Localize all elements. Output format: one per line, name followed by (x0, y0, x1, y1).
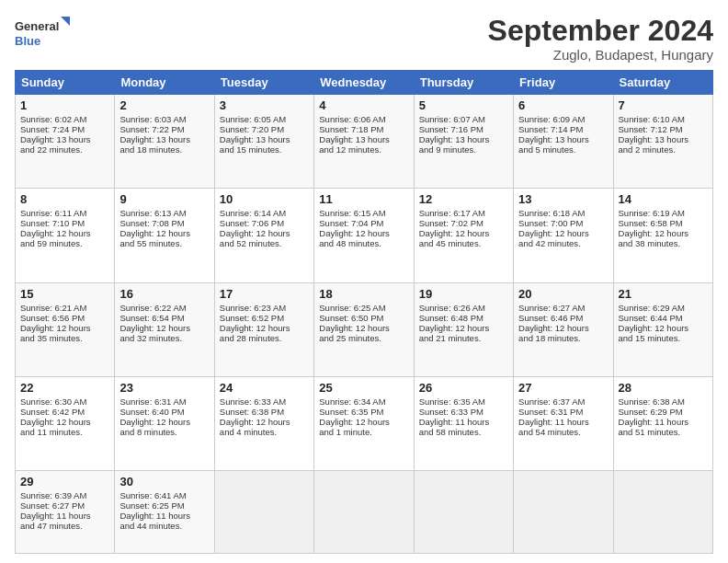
calendar-cell: 28Sunrise: 6:38 AMSunset: 6:29 PMDayligh… (613, 376, 712, 470)
calendar-cell: 13Sunrise: 6:18 AMSunset: 7:00 PMDayligh… (514, 189, 613, 282)
day-info-line: Sunrise: 6:17 AM (419, 208, 508, 218)
calendar-cell: 10Sunrise: 6:14 AMSunset: 7:06 PMDayligh… (214, 189, 313, 282)
day-info-line: and 18 minutes. (119, 144, 209, 155)
day-info-line: Sunset: 7:18 PM (319, 124, 408, 134)
day-info-line: and 21 minutes. (419, 333, 508, 343)
day-info-line: Sunrise: 6:21 AM (20, 303, 109, 313)
day-info-line: Daylight: 12 hours (220, 417, 309, 427)
day-info-line: Sunset: 6:52 PM (220, 313, 309, 323)
day-info-line: and 25 minutes. (319, 333, 408, 343)
calendar-cell: 14Sunrise: 6:19 AMSunset: 6:58 PMDayligh… (613, 189, 712, 282)
day-info-line: Daylight: 12 hours (419, 323, 508, 333)
calendar-cell: 9Sunrise: 6:13 AMSunset: 7:08 PMDaylight… (115, 189, 214, 282)
day-info-line: Daylight: 13 hours (518, 134, 608, 144)
day-info-line: Sunset: 6:44 PM (619, 313, 708, 323)
day-info-line: and 52 minutes. (220, 238, 309, 248)
day-info-line: Daylight: 12 hours (220, 228, 309, 238)
day-number: 1 (20, 98, 109, 112)
day-info-line: Daylight: 13 hours (619, 134, 708, 144)
day-number: 23 (119, 381, 209, 395)
day-info-line: and 38 minutes. (619, 238, 708, 248)
day-info-line: Sunset: 7:08 PM (119, 218, 209, 228)
day-info-line: Daylight: 11 hours (419, 417, 508, 427)
day-info-line: and 51 minutes. (619, 427, 708, 437)
page: General Blue September 2024 Zuglo, Budap… (0, 0, 728, 563)
calendar-cell: 16Sunrise: 6:22 AMSunset: 6:54 PMDayligh… (115, 282, 214, 376)
day-info-line: Daylight: 13 hours (419, 134, 508, 144)
day-info-line: and 9 minutes. (419, 144, 508, 155)
day-number: 24 (220, 381, 309, 395)
calendar-cell: 21Sunrise: 6:29 AMSunset: 6:44 PMDayligh… (613, 282, 712, 376)
day-info-line: Sunset: 7:04 PM (319, 218, 408, 228)
day-info-line: and 32 minutes. (119, 333, 209, 343)
day-info-line: and 45 minutes. (419, 238, 508, 248)
day-info-line: Sunset: 6:50 PM (319, 313, 408, 323)
day-info-line: Daylight: 12 hours (220, 323, 309, 333)
location: Zuglo, Budapest, Hungary (488, 47, 713, 63)
day-number: 16 (119, 287, 209, 301)
day-number: 13 (518, 192, 608, 206)
day-info-line: Sunrise: 6:13 AM (119, 208, 209, 218)
day-info-line: Daylight: 12 hours (518, 323, 608, 333)
day-info-line: and 11 minutes. (20, 427, 109, 437)
calendar-cell: 18Sunrise: 6:25 AMSunset: 6:50 PMDayligh… (314, 282, 414, 376)
month-title: September 2024 (488, 15, 713, 47)
day-number: 26 (419, 381, 508, 395)
day-info-line: Sunrise: 6:25 AM (319, 303, 408, 313)
day-info-line: Sunset: 7:16 PM (419, 124, 508, 134)
day-number: 3 (220, 98, 309, 112)
day-info-line: Sunrise: 6:07 AM (419, 114, 508, 124)
day-info-line: and 8 minutes. (119, 427, 209, 437)
day-info-line: and 15 minutes. (619, 333, 708, 343)
logo-svg: General Blue (15, 15, 70, 52)
day-info-line: Sunset: 6:27 PM (20, 500, 109, 511)
day-number: 15 (20, 287, 109, 301)
day-info-line: and 1 minute. (319, 427, 408, 437)
day-info-line: and 35 minutes. (20, 333, 109, 343)
day-info-line: Sunrise: 6:23 AM (220, 303, 309, 313)
calendar-cell: 6Sunrise: 6:09 AMSunset: 7:14 PMDaylight… (514, 95, 613, 189)
day-info-line: Daylight: 13 hours (119, 134, 209, 144)
day-info-line: Sunset: 6:35 PM (319, 407, 408, 417)
calendar-cell: 12Sunrise: 6:17 AMSunset: 7:02 PMDayligh… (414, 189, 513, 282)
day-info-line: and 4 minutes. (220, 427, 309, 437)
day-number: 19 (419, 287, 508, 301)
day-number: 2 (119, 98, 209, 112)
day-number: 12 (419, 192, 508, 206)
day-info-line: Sunset: 6:42 PM (20, 407, 109, 417)
header: General Blue September 2024 Zuglo, Budap… (15, 15, 713, 63)
calendar-cell: 3Sunrise: 6:05 AMSunset: 7:20 PMDaylight… (214, 95, 313, 189)
svg-text:General: General (15, 19, 59, 33)
day-info-line: Sunrise: 6:11 AM (20, 208, 109, 218)
day-info-line: Sunset: 7:24 PM (20, 124, 109, 134)
day-info-line: Sunset: 6:56 PM (20, 313, 109, 323)
day-info-line: and 44 minutes. (119, 521, 209, 531)
day-number: 9 (119, 192, 209, 206)
day-info-line: Daylight: 11 hours (619, 417, 708, 427)
day-info-line: Daylight: 13 hours (319, 134, 408, 144)
day-info-line: and 42 minutes. (518, 238, 608, 248)
day-info-line: Sunrise: 6:29 AM (619, 303, 708, 313)
day-info-line: Sunset: 7:12 PM (619, 124, 708, 134)
day-info-line: Daylight: 12 hours (319, 417, 408, 427)
day-info-line: Sunset: 6:54 PM (119, 313, 209, 323)
day-info-line: Daylight: 11 hours (119, 511, 209, 521)
day-info-line: Sunrise: 6:22 AM (119, 303, 209, 313)
calendar-cell (314, 471, 414, 554)
day-info-line: and 55 minutes. (119, 238, 209, 248)
day-number: 28 (619, 381, 708, 395)
day-info-line: Daylight: 12 hours (119, 417, 209, 427)
day-info-line: Sunset: 6:25 PM (119, 500, 209, 511)
day-number: 11 (319, 192, 408, 206)
calendar-cell: 27Sunrise: 6:37 AMSunset: 6:31 PMDayligh… (514, 376, 613, 470)
day-info-line: Daylight: 12 hours (119, 323, 209, 333)
day-number: 6 (518, 98, 608, 112)
calendar-cell: 15Sunrise: 6:21 AMSunset: 6:56 PMDayligh… (16, 282, 115, 376)
day-info-line: Sunset: 7:00 PM (518, 218, 608, 228)
day-info-line: Sunrise: 6:09 AM (518, 114, 608, 124)
calendar-cell (514, 471, 613, 554)
day-info-line: Daylight: 12 hours (518, 228, 608, 238)
svg-text:Blue: Blue (15, 34, 40, 48)
calendar-header-monday: Monday (115, 71, 214, 95)
day-info-line: Sunset: 6:58 PM (619, 218, 708, 228)
